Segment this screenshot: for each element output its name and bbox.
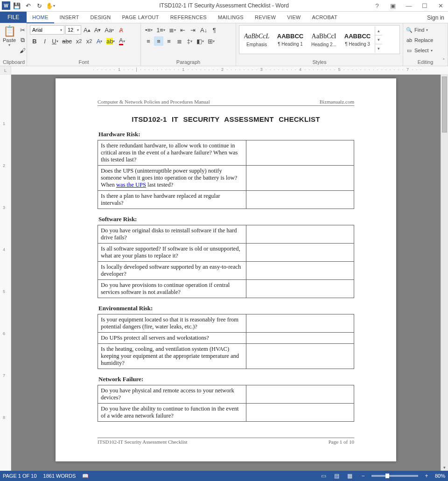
question-cell[interactable]: Does the UPS (uninterruptible power supp… [98,166,246,191]
numbering-button[interactable]: 1≡▾ [155,25,167,35]
tab-acrobat[interactable]: ACROBAT [306,12,343,23]
answer-cell[interactable] [246,280,354,298]
status-words[interactable]: 1861 WORDS [43,473,76,479]
question-cell[interactable]: Do you have physical and remote access t… [98,385,246,404]
collapse-ribbon-button[interactable]: ˄ [442,58,445,64]
decrease-indent-button[interactable]: ⇤ [178,25,188,35]
replace-button[interactable]: abReplace [406,35,433,45]
font-name-combo[interactable]: Arial▾ [30,25,64,35]
minimize-button[interactable]: — [403,1,414,10]
view-web-button[interactable]: ▦ [345,472,355,480]
superscript-button[interactable]: x2 [84,36,94,46]
status-proofing-icon[interactable]: 📖 [82,473,89,479]
answer-cell[interactable] [246,191,354,209]
strikethrough-button[interactable]: abc [61,36,73,46]
zoom-in-button[interactable]: + [422,472,431,480]
zoom-slider[interactable] [371,475,418,477]
multilevel-list-button[interactable]: ≣▾ [168,25,177,35]
answer-cell[interactable] [246,344,354,369]
maximize-button[interactable]: ☐ [419,1,430,10]
question-cell[interactable]: Is there a plan to have hardware replace… [98,191,246,209]
format-painter-button[interactable]: 🖌 [18,46,27,55]
line-spacing-button[interactable]: ‡▾ [185,36,194,46]
document-scroll[interactable]: Computer & Network Policies and Procedur… [11,75,441,471]
sort-button[interactable]: A↓ [199,25,209,35]
touch-mode-button[interactable]: ✋▾ [46,1,55,10]
question-cell[interactable]: Is the heating, cooling, and ventilation… [98,344,246,369]
highlight-button[interactable]: ab▾ [105,36,116,46]
grow-font-button[interactable]: A▴ [82,25,92,35]
vertical-scrollbar[interactable]: ▴ ▾ [441,75,448,471]
underline-button[interactable]: U▾ [50,36,60,46]
view-print-button[interactable]: ▤ [332,472,342,480]
question-cell[interactable]: Do you have the ability to continue to f… [98,404,246,422]
help-button[interactable]: ? [371,1,383,10]
question-cell[interactable]: Do UPSs protect all servers and workstat… [98,333,246,344]
increase-indent-button[interactable]: ⇥ [189,25,198,35]
style-heading-1[interactable]: AABBCC¶ Heading 1 [274,27,307,53]
answer-cell[interactable] [246,262,354,280]
styles-gallery-scroll[interactable]: ▴▾▾ [375,27,382,53]
style-emphasis[interactable]: AaBbCcLEmphasis [240,27,273,53]
justify-button[interactable]: ≣ [175,36,184,46]
answer-cell[interactable] [246,314,354,333]
answer-cell[interactable] [246,333,354,344]
scroll-thumb[interactable] [442,77,447,132]
select-button[interactable]: ▭Select ▾ [406,46,433,55]
show-marks-button[interactable]: ¶ [210,25,219,35]
font-size-combo[interactable]: 12▾ [65,25,81,35]
borders-button[interactable]: ⊞▾ [206,36,216,46]
close-button[interactable]: ✕ [435,1,446,10]
undo-button[interactable]: ↶ [23,1,33,10]
answer-cell[interactable] [246,140,354,166]
clear-formatting-button[interactable]: A̷ [116,25,126,35]
change-case-button[interactable]: Aa▾ [103,25,115,35]
tab-references[interactable]: REFERENCES [165,12,212,23]
zoom-out-button[interactable]: − [358,472,368,480]
ribbon-display-button[interactable]: ▣ [387,1,399,10]
question-cell[interactable]: Do you have original disks to reinstall … [98,225,246,244]
shading-button[interactable]: ◧▾ [195,36,205,46]
answer-cell[interactable] [246,385,354,404]
styles-gallery[interactable]: AaBbCcLEmphasis AABBCC¶ Heading 1 AaBbCc… [239,25,400,54]
italic-button[interactable]: I [40,36,49,46]
vertical-ruler[interactable]: 1 2 3 4 5 6 7 8 [0,75,11,471]
horizontal-ruler[interactable]: · · · · · · 1 · · · | · · · · · · · · · … [11,66,448,74]
copy-button[interactable]: ⧉ [18,35,27,45]
tab-mailings[interactable]: MAILINGS [212,12,249,23]
text-effects-button[interactable]: A▾ [95,36,104,46]
zoom-level[interactable]: 80% [435,473,445,479]
tab-file[interactable]: FILE [0,12,27,23]
answer-cell[interactable] [246,404,354,422]
tab-view[interactable]: VIEW [281,12,306,23]
shrink-font-button[interactable]: A▾ [93,25,103,35]
align-left-button[interactable]: ≡ [144,36,153,46]
style-heading-2[interactable]: AaBbCcIHeading 2... [308,27,340,53]
answer-cell[interactable] [246,225,354,244]
align-right-button[interactable]: ≡ [164,36,174,46]
tab-insert[interactable]: INSERT [54,12,85,23]
tab-design[interactable]: DESIGN [85,12,117,23]
question-cell[interactable]: Is there redundant hardware, to allow wo… [98,140,246,166]
answer-cell[interactable] [246,244,354,262]
tab-home[interactable]: HOME [27,12,54,23]
cut-button[interactable]: ✂ [18,25,27,35]
tab-review[interactable]: REVIEW [249,12,281,23]
paste-button[interactable]: 📋 Paste ▾ [3,25,16,47]
scroll-down-button[interactable]: ▾ [441,464,448,471]
font-color-button[interactable]: A▾ [117,36,126,46]
style-heading-3[interactable]: AABBCC¶ Heading 3 [341,27,374,53]
page[interactable]: Computer & Network Policies and Procedur… [56,78,396,461]
question-cell[interactable]: Do you have provisions to continue opera… [98,280,246,298]
subscript-button[interactable]: x2 [74,36,84,46]
answer-cell[interactable] [246,166,354,191]
redo-button[interactable]: ↻ [35,1,44,10]
align-center-button[interactable]: ≡ [154,36,163,46]
question-cell[interactable]: Is your equipment located so that it is … [98,314,246,333]
view-read-button[interactable]: ▭ [319,472,329,480]
find-button[interactable]: 🔍Find ▾ [406,25,428,35]
question-cell[interactable]: Is locally developed software supported … [98,262,246,280]
sign-in-link[interactable]: Sign in [427,12,444,23]
status-page[interactable]: PAGE 1 OF 10 [3,473,37,479]
bullets-button[interactable]: •≡▾ [144,25,154,35]
